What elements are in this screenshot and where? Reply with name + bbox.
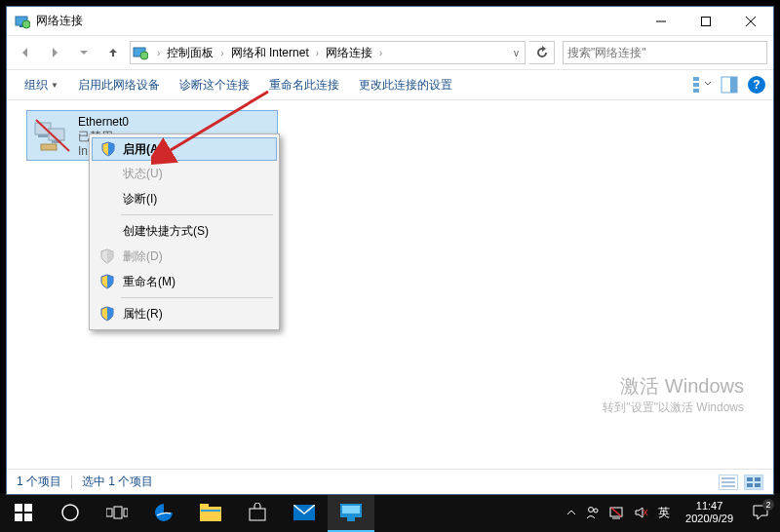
context-menu: 启用(A) 状态(U) 诊断(I) 创建快捷方式(S) 删除(D) 重命名(M)… <box>89 133 280 330</box>
svg-rect-11 <box>250 509 265 520</box>
svg-point-25 <box>22 20 30 28</box>
svg-rect-47 <box>747 477 753 481</box>
watermark-line1: 激活 Windows <box>603 373 744 399</box>
taskbar-tray-area: 英 11:47 2020/9/29 2 <box>559 493 780 532</box>
address-dropdown-icon[interactable]: v <box>510 48 523 58</box>
svg-rect-33 <box>693 83 699 87</box>
shield-icon <box>99 306 115 322</box>
mail-taskbar-icon[interactable] <box>281 493 328 532</box>
svg-rect-50 <box>755 483 760 487</box>
svg-rect-2 <box>15 513 22 521</box>
svg-rect-34 <box>693 89 699 93</box>
ctx-create-shortcut[interactable]: 创建快捷方式(S) <box>92 218 277 244</box>
svg-rect-36 <box>730 77 737 93</box>
network-adapter-icon <box>33 115 72 154</box>
titlebar: 网络连接 <box>7 7 773 36</box>
breadcrumb-network-connections[interactable]: 网络连接 <box>324 43 374 63</box>
ctx-separator <box>121 297 273 298</box>
chevron-right-icon[interactable]: › <box>311 48 324 58</box>
clock-time: 11:47 <box>685 500 733 513</box>
ctx-diagnose[interactable]: 诊断(I) <box>92 186 277 211</box>
ctx-delete: 删除(D) <box>92 244 277 269</box>
large-icons-view-button[interactable] <box>744 475 763 490</box>
status-bar: 1 个项目 选中 1 个项目 <box>7 469 773 494</box>
back-button[interactable] <box>13 40 38 65</box>
command-toolbar: 组织▼ 启用此网络设备 诊断这个连接 重命名此连接 更改此连接的设置 ? <box>7 69 773 100</box>
svg-rect-48 <box>755 477 760 481</box>
svg-rect-41 <box>41 144 57 150</box>
svg-point-16 <box>589 508 594 513</box>
ctx-separator <box>121 214 273 215</box>
search-placeholder: 搜索"网络连接" <box>567 45 646 61</box>
edge-taskbar-icon[interactable] <box>140 493 187 532</box>
ime-indicator[interactable]: 英 <box>658 505 670 521</box>
enable-device-button[interactable]: 启用此网络设备 <box>68 73 170 97</box>
status-item-count: 1 个项目 <box>17 474 61 490</box>
address-bar[interactable]: › 控制面板 › 网络和 Internet › 网络连接 › v <box>130 41 526 64</box>
ctx-enable[interactable]: 启用(A) <box>92 137 277 161</box>
shield-icon <box>99 248 115 264</box>
svg-rect-8 <box>200 507 221 521</box>
shield-icon <box>100 141 116 157</box>
svg-rect-1 <box>24 504 32 512</box>
svg-rect-49 <box>747 483 753 487</box>
explorer-window: 网络连接 › 控制面板 › 网络和 Internet › 网络连接 › v <box>6 6 774 495</box>
svg-rect-15 <box>347 517 355 521</box>
change-settings-button[interactable]: 更改此连接的设置 <box>349 73 462 97</box>
breadcrumb-network-internet[interactable]: 网络和 Internet <box>229 43 311 63</box>
address-row: › 控制面板 › 网络和 Internet › 网络连接 › v 搜索"网络连接… <box>7 36 773 69</box>
start-button[interactable] <box>0 493 47 532</box>
control-panel-taskbar-icon[interactable] <box>328 493 374 532</box>
preview-pane-button[interactable] <box>721 76 738 94</box>
address-icon <box>133 45 148 60</box>
help-button[interactable]: ? <box>748 76 765 94</box>
svg-rect-7 <box>124 509 128 516</box>
minimize-button[interactable] <box>639 7 683 36</box>
watermark-line2: 转到"设置"以激活 Windows <box>603 399 744 416</box>
organize-button[interactable]: 组织▼ <box>15 73 68 97</box>
window-title: 网络连接 <box>36 13 83 29</box>
tray-chevron-icon[interactable] <box>566 508 576 517</box>
svg-point-31 <box>140 52 148 59</box>
rename-button[interactable]: 重命名此连接 <box>259 73 349 97</box>
ctx-rename[interactable]: 重命名(M) <box>92 269 277 294</box>
maximize-button[interactable] <box>683 7 728 36</box>
svg-rect-10 <box>201 510 220 512</box>
chevron-right-icon[interactable]: › <box>374 48 387 58</box>
volume-tray-icon[interactable] <box>635 506 648 519</box>
svg-rect-14 <box>342 506 360 513</box>
notification-badge: 2 <box>762 499 774 511</box>
up-button[interactable] <box>100 40 126 65</box>
shield-icon <box>99 274 115 289</box>
svg-line-20 <box>611 508 621 516</box>
people-tray-icon[interactable] <box>586 506 600 519</box>
cortana-button[interactable] <box>47 493 94 532</box>
ctx-properties[interactable]: 属性(R) <box>92 301 277 326</box>
refresh-button[interactable] <box>529 41 555 64</box>
chevron-right-icon[interactable]: › <box>215 48 228 58</box>
chevron-right-icon[interactable]: › <box>152 48 165 58</box>
svg-rect-27 <box>702 17 711 25</box>
forward-button[interactable] <box>42 40 67 65</box>
close-button[interactable] <box>728 7 773 36</box>
svg-point-17 <box>594 509 598 513</box>
svg-point-4 <box>62 505 78 520</box>
taskbar: 英 11:47 2020/9/29 2 <box>0 493 780 532</box>
action-center-button[interactable]: 2 <box>741 493 780 532</box>
details-view-button[interactable] <box>719 475 738 490</box>
adapter-name: Ethernet0 <box>78 115 129 130</box>
svg-rect-38 <box>38 134 48 137</box>
search-box[interactable]: 搜索"网络连接" <box>563 41 767 64</box>
recent-button[interactable] <box>71 40 97 65</box>
breadcrumb-control-panel[interactable]: 控制面板 <box>165 43 215 63</box>
diagnose-button[interactable]: 诊断这个连接 <box>170 73 259 97</box>
activation-watermark: 激活 Windows 转到"设置"以激活 Windows <box>603 373 744 416</box>
taskbar-clock[interactable]: 11:47 2020/9/29 <box>678 500 741 525</box>
network-tray-icon[interactable] <box>609 506 625 519</box>
view-options-button[interactable] <box>693 76 711 94</box>
store-taskbar-icon[interactable] <box>234 493 281 532</box>
svg-rect-5 <box>106 509 112 516</box>
file-explorer-taskbar-icon[interactable] <box>187 493 234 532</box>
status-separator <box>71 475 72 489</box>
task-view-button[interactable] <box>94 493 140 532</box>
